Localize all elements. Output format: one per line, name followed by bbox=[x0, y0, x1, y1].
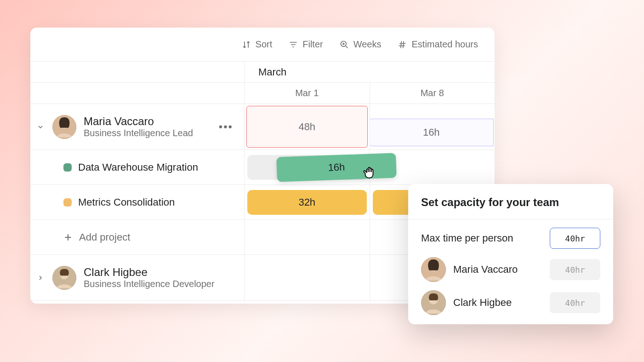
zoom-weeks-button[interactable]: Weeks bbox=[340, 39, 382, 50]
person-name: Clark Higbee bbox=[84, 266, 215, 279]
sort-button[interactable]: Sort bbox=[242, 39, 273, 50]
add-project-button[interactable]: Add project bbox=[30, 231, 130, 243]
popover-title: Set capacity for your team bbox=[408, 184, 613, 219]
max-time-label: Max time per person bbox=[421, 232, 542, 244]
week-col-0: Mar 1 bbox=[244, 83, 370, 103]
allocation-bar[interactable]: 32h bbox=[247, 190, 367, 215]
capacity-cell[interactable]: 16h bbox=[370, 119, 494, 146]
plus-icon bbox=[63, 233, 73, 242]
avatar bbox=[421, 257, 446, 282]
project-color-swatch bbox=[63, 198, 72, 207]
avatar bbox=[52, 115, 76, 139]
filter-icon bbox=[289, 40, 298, 49]
weeks-label: Weeks bbox=[353, 39, 382, 50]
person-row-maria[interactable]: Maria Vaccaro Business Intelligence Lead… bbox=[30, 104, 495, 150]
expand-toggle[interactable] bbox=[36, 274, 45, 282]
allocation-hours: 16h bbox=[328, 161, 345, 173]
person-role: Business Intelligence Lead bbox=[84, 128, 193, 138]
week-header-row: Mar 1 Mar 8 bbox=[30, 83, 495, 104]
project-row: Data Warehouse Migration 16h bbox=[30, 150, 495, 185]
member-capacity-input[interactable]: 40hr bbox=[550, 292, 600, 313]
allocation-bar-dragging[interactable]: 16h bbox=[276, 153, 397, 182]
member-name: Clark Higbee bbox=[453, 297, 542, 309]
week-col-1: Mar 8 bbox=[370, 83, 495, 103]
grab-cursor-icon bbox=[361, 165, 377, 182]
month-row: March bbox=[30, 62, 495, 83]
avatar bbox=[52, 266, 76, 290]
capacity-cell[interactable]: 48h bbox=[246, 106, 368, 148]
project-name[interactable]: Metrics Consolidation bbox=[78, 196, 175, 208]
max-time-input[interactable]: 40hr bbox=[550, 228, 600, 249]
add-project-label: Add project bbox=[79, 231, 130, 243]
hash-icon bbox=[398, 40, 407, 49]
estimated-label: Estimated hours bbox=[411, 39, 478, 50]
month-label: March bbox=[244, 62, 495, 82]
sort-label: Sort bbox=[256, 39, 273, 50]
allocation-hours: 32h bbox=[298, 196, 315, 208]
capacity-popover: Set capacity for your team Max time per … bbox=[408, 184, 613, 324]
zoom-in-icon bbox=[340, 40, 349, 49]
toolbar: Sort Filter Weeks Estimated hours bbox=[30, 28, 495, 62]
collapse-toggle[interactable] bbox=[36, 123, 45, 131]
sort-icon bbox=[242, 40, 251, 49]
avatar bbox=[421, 290, 446, 315]
estimated-hours-button[interactable]: Estimated hours bbox=[398, 39, 478, 50]
project-name[interactable]: Data Warehouse Migration bbox=[78, 161, 198, 173]
member-capacity-input[interactable]: 40hr bbox=[550, 259, 600, 280]
chevron-right-icon bbox=[37, 274, 44, 282]
allocation-bar[interactable] bbox=[373, 190, 409, 215]
more-actions-button[interactable]: ••• bbox=[219, 121, 233, 133]
chevron-down-icon bbox=[37, 123, 44, 131]
filter-label: Filter bbox=[302, 39, 323, 50]
person-role: Business Intelligence Developer bbox=[84, 279, 215, 289]
filter-button[interactable]: Filter bbox=[289, 39, 323, 50]
project-color-swatch bbox=[63, 163, 72, 172]
member-name: Maria Vaccaro bbox=[453, 264, 542, 276]
person-name: Maria Vaccaro bbox=[84, 115, 193, 128]
